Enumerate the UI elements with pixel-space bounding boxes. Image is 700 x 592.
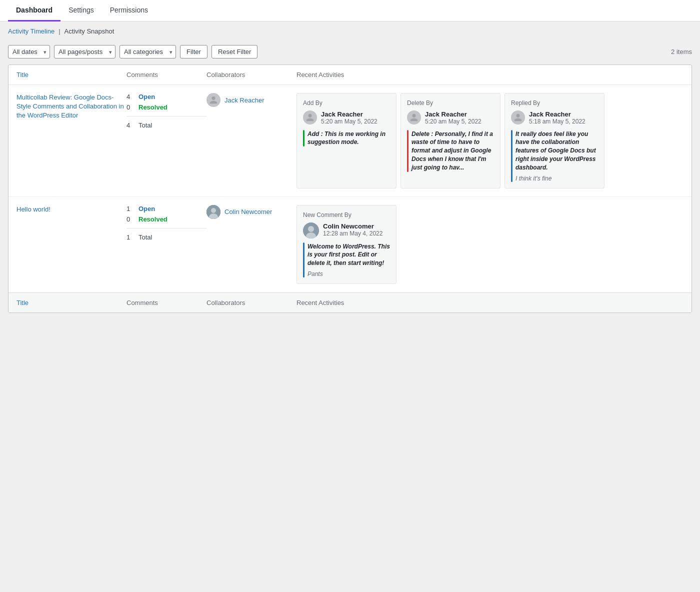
header-collaborators: Collaborators xyxy=(206,71,296,78)
total-comment-row: 4 Total xyxy=(126,122,206,129)
activity-text-reply: It really does feel like you have the co… xyxy=(516,130,598,172)
categories-select[interactable]: All categories xyxy=(120,45,176,58)
activity-username-delete: Jack Reacher xyxy=(425,110,482,118)
resolved-label[interactable]: Resolved xyxy=(138,104,168,111)
activity-time-reply: 5:18 am May 5, 2022 xyxy=(529,118,586,126)
activity-time-add: 5:20 am May 5, 2022 xyxy=(321,118,378,126)
activity-subtext-reply: I think it's fine xyxy=(516,175,598,182)
activity-type-delete: Delete By xyxy=(407,100,494,106)
activity-type-reply: Replied By xyxy=(511,100,598,106)
activity-user-info-reply: Jack Reacher 5:18 am May 5, 2022 xyxy=(529,110,586,126)
resolved-comment-row: 0 Resolved xyxy=(126,104,206,111)
post-title-row2[interactable]: Hello world! xyxy=(16,205,126,214)
comment-divider-row2 xyxy=(126,228,206,228)
open-label-row2[interactable]: Open xyxy=(138,205,155,212)
activity-avatar-delete xyxy=(407,110,421,124)
activity-username-add: Jack Reacher xyxy=(321,110,378,118)
filter-button[interactable]: Filter xyxy=(180,45,208,58)
categories-select-wrap[interactable]: All categories xyxy=(120,45,176,58)
comments-col-row1: 4 Open 0 Resolved 4 Total xyxy=(126,93,206,129)
total-label: Total xyxy=(138,122,152,129)
avatar-row2 xyxy=(206,205,220,219)
breadcrumb: Activity Timeline | Activity Snapshot xyxy=(0,22,700,41)
activity-username-newcomment: Colin Newcomer xyxy=(323,222,382,230)
main-container: Title Comments Collaborators Recent Acti… xyxy=(0,64,700,329)
header-title: Title xyxy=(16,71,126,78)
reset-filter-button[interactable]: Reset Filter xyxy=(212,45,258,58)
activity-card-add: Add By Jack Reacher 5:20 am May 5, 2022 xyxy=(296,93,396,188)
activity-body-reply: It really does feel like you have the co… xyxy=(511,130,598,182)
activity-type-newcomment: New Comment By xyxy=(303,212,390,218)
resolved-label-row2[interactable]: Resolved xyxy=(138,216,168,223)
breadcrumb-separator: | xyxy=(58,28,60,35)
activity-user-info-delete: Jack Reacher 5:20 am May 5, 2022 xyxy=(425,110,482,126)
pages-select[interactable]: All pages/posts xyxy=(54,45,116,58)
activity-text-add: Add : This is me working in suggestion m… xyxy=(308,130,390,147)
activity-user-row-newcomment: Colin Newcomer 12:28 am May 4, 2022 xyxy=(303,222,390,238)
collaborators-col-row1: Jack Reacher xyxy=(206,93,296,107)
footer-comments: Comments xyxy=(126,299,206,306)
activity-card-newcomment: New Comment By Colin Newcomer 12:28 am M… xyxy=(296,205,396,284)
table-footer: Title Comments Collaborators Recent Acti… xyxy=(8,292,692,312)
footer-title: Title xyxy=(16,299,126,306)
tab-dashboard[interactable]: Dashboard xyxy=(8,0,60,22)
comment-divider xyxy=(126,116,206,116)
top-navigation: Dashboard Settings Permissions xyxy=(0,0,700,22)
activity-time-delete: 5:20 am May 5, 2022 xyxy=(425,118,482,126)
open-count-row2: 1 xyxy=(126,205,134,212)
collaborators-col-row2: Colin Newcomer xyxy=(206,205,296,219)
dates-select[interactable]: All dates xyxy=(8,45,50,58)
open-count: 4 xyxy=(126,93,134,100)
pages-select-wrap[interactable]: All pages/posts xyxy=(54,45,116,58)
activity-text-delete: Delete : Personally, I find it a waste o… xyxy=(412,130,494,172)
activity-avatar-add xyxy=(303,110,317,124)
resolved-comment-row2: 0 Resolved xyxy=(126,216,206,223)
activity-type-add: Add By xyxy=(303,100,390,106)
activity-border-reply xyxy=(511,130,512,182)
collaborator-name-row2[interactable]: Colin Newcomer xyxy=(224,208,272,216)
footer-collaborators: Collaborators xyxy=(206,299,296,306)
total-label-row2: Total xyxy=(138,234,152,241)
resolved-count-row2: 0 xyxy=(126,216,134,223)
footer-recent-activities: Recent Activities xyxy=(296,299,684,306)
activity-user-row-reply: Jack Reacher 5:18 am May 5, 2022 xyxy=(511,110,598,126)
activity-avatar-newcomment xyxy=(303,222,319,238)
activity-body-delete: Delete : Personally, I find it a waste o… xyxy=(407,130,494,172)
svg-point-1 xyxy=(211,208,216,213)
activity-user-row-delete: Jack Reacher 5:20 am May 5, 2022 xyxy=(407,110,494,126)
collaborator-name-row1[interactable]: Jack Reacher xyxy=(224,96,264,104)
activity-avatar-reply xyxy=(511,110,525,124)
dates-select-wrap[interactable]: All dates xyxy=(8,45,50,58)
activity-text-newcomment: Welcome to WordPress. This is your first… xyxy=(308,242,390,268)
activity-user-info-newcomment: Colin Newcomer 12:28 am May 4, 2022 xyxy=(323,222,382,238)
activity-time-newcomment: 12:28 am May 4, 2022 xyxy=(323,230,382,238)
activity-card-delete: Delete By Jack Reacher 5:20 am May 5, 20… xyxy=(400,93,500,188)
resolved-count: 0 xyxy=(126,104,134,111)
table-row: Multicollab Review: Google Docs-Style Co… xyxy=(8,85,692,197)
activity-user-info-add: Jack Reacher 5:20 am May 5, 2022 xyxy=(321,110,378,126)
total-comment-row2: 1 Total xyxy=(126,234,206,241)
activity-body-add: Add : This is me working in suggestion m… xyxy=(303,130,390,147)
avatar-row1 xyxy=(206,93,220,107)
table-row: Hello world! 1 Open 0 Resolved 1 Total xyxy=(8,197,692,292)
comments-col-row2: 1 Open 0 Resolved 1 Total xyxy=(126,205,206,241)
tab-permissions[interactable]: Permissions xyxy=(102,0,156,22)
total-count-row2: 1 xyxy=(126,234,134,241)
activity-table: Title Comments Collaborators Recent Acti… xyxy=(8,64,692,313)
activity-body-newcomment: Welcome to WordPress. This is your first… xyxy=(303,242,390,278)
activities-col-row2: New Comment By Colin Newcomer 12:28 am M… xyxy=(296,205,684,284)
filter-bar: All dates All pages/posts All categories… xyxy=(0,41,700,64)
post-title-row1[interactable]: Multicollab Review: Google Docs-Style Co… xyxy=(16,93,126,120)
breadcrumb-current: Activity Snapshot xyxy=(64,28,114,35)
open-label[interactable]: Open xyxy=(138,93,155,100)
table-header: Title Comments Collaborators Recent Acti… xyxy=(8,65,692,85)
header-comments: Comments xyxy=(126,71,206,78)
item-count: 2 items xyxy=(671,48,692,56)
breadcrumb-link[interactable]: Activity Timeline xyxy=(8,28,54,35)
activity-border-newcomment xyxy=(303,242,304,278)
activity-border-add xyxy=(303,130,304,147)
open-comment-row2: 1 Open xyxy=(126,205,206,212)
activity-subtext-newcomment: Pants xyxy=(308,270,390,278)
tab-settings[interactable]: Settings xyxy=(60,0,102,22)
header-recent-activities: Recent Activities xyxy=(296,71,684,78)
